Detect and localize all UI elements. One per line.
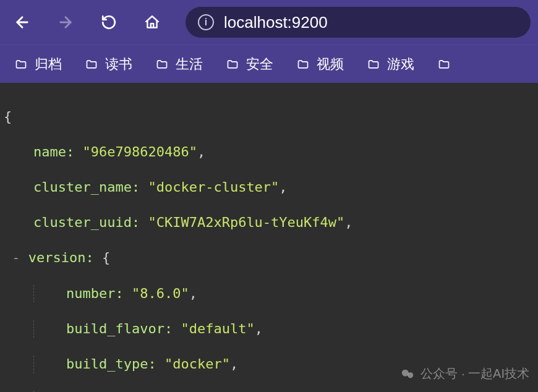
- json-viewer: { name: "96e798620486", cluster_name: "d…: [0, 83, 538, 392]
- json-key: name:: [33, 144, 74, 160]
- watermark-text: 公众号 · 一起AI技术: [421, 365, 529, 382]
- bookmark-reading[interactable]: 读书: [84, 55, 132, 74]
- bookmark-security[interactable]: 安全: [225, 55, 273, 74]
- folder-icon: [366, 58, 381, 70]
- browser-toolbar: i localhost:9200: [0, 0, 538, 45]
- json-key: version:: [28, 250, 94, 265]
- folder-icon: [437, 58, 451, 70]
- json-key: cluster_name:: [33, 179, 140, 195]
- bookmark-label: 视频: [317, 55, 344, 74]
- reload-icon: [101, 14, 117, 30]
- back-button[interactable]: [7, 7, 37, 37]
- collapse-toggle[interactable]: -: [12, 250, 20, 265]
- bookmark-archive[interactable]: 归档: [14, 55, 62, 74]
- site-info-icon[interactable]: i: [198, 14, 214, 30]
- bookmark-label: 安全: [246, 55, 273, 74]
- json-value: "docker-cluster": [148, 179, 279, 195]
- forward-button[interactable]: [51, 7, 80, 37]
- folder-icon: [14, 58, 28, 70]
- json-key: build_type:: [66, 356, 156, 372]
- home-button[interactable]: [137, 7, 167, 37]
- json-value: "docker": [164, 356, 230, 372]
- bookmark-more[interactable]: [437, 58, 451, 70]
- bookmark-label: 游戏: [387, 55, 414, 74]
- json-value: "96e798620486": [82, 144, 197, 160]
- svg-point-3: [408, 372, 413, 378]
- json-key: build_flavor:: [66, 321, 173, 336]
- watermark: 公众号 · 一起AI技术: [399, 365, 529, 382]
- bookmark-video[interactable]: 视频: [296, 55, 344, 74]
- bookmark-games[interactable]: 游戏: [366, 55, 414, 74]
- folder-icon: [84, 58, 99, 70]
- bookmark-label: 读书: [105, 55, 132, 74]
- reload-button[interactable]: [94, 7, 124, 37]
- bookmarks-bar: 归档 读书 生活 安全 视频 游戏: [0, 45, 538, 83]
- json-key: number:: [66, 286, 124, 301]
- url-text: localhost:9200: [224, 13, 328, 32]
- folder-icon: [296, 58, 310, 70]
- url-bar[interactable]: i localhost:9200: [186, 7, 531, 38]
- json-value: "8.6.0": [132, 286, 189, 301]
- json-value: "CKIW7A2xRp6lu-tYeuKf4w": [148, 215, 344, 230]
- arrow-left-icon: [14, 14, 31, 31]
- json-key: cluster_uuid:: [33, 215, 140, 230]
- bookmark-label: 归档: [35, 55, 62, 74]
- bookmark-label: 生活: [176, 55, 203, 74]
- wechat-icon: [399, 367, 416, 381]
- home-icon: [144, 14, 160, 30]
- arrow-right-icon: [57, 14, 74, 31]
- folder-icon: [155, 58, 169, 70]
- json-value: "default": [181, 321, 254, 336]
- folder-icon: [225, 58, 240, 70]
- bookmark-life[interactable]: 生活: [155, 55, 203, 74]
